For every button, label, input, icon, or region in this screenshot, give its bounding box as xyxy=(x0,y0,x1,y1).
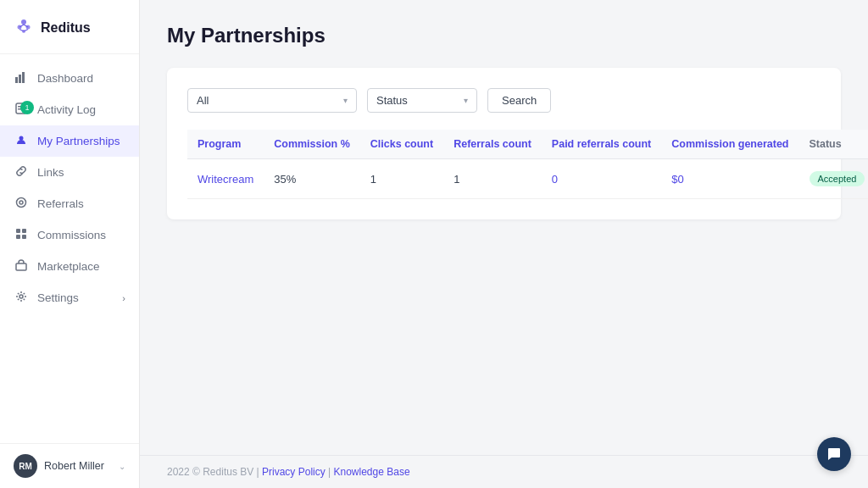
svg-rect-17 xyxy=(16,229,20,233)
svg-point-0 xyxy=(21,19,26,25)
search-button[interactable]: Search xyxy=(487,88,551,113)
filters-row: All ▾ Status ▾ Search xyxy=(187,88,821,113)
user-chevron-icon: ⌄ xyxy=(119,462,125,471)
links-label: Links xyxy=(37,166,64,179)
svg-rect-18 xyxy=(22,229,26,233)
svg-rect-20 xyxy=(22,235,26,239)
footer-text: 2022 © Reditus BV | xyxy=(167,466,262,478)
referrals-cell: 1 xyxy=(443,159,542,199)
svg-rect-21 xyxy=(16,263,26,270)
table-row: Writecream 35% 1 1 0 $0 Accepted Copy Co… xyxy=(187,159,868,199)
svg-point-14 xyxy=(19,136,24,141)
table-header-row: Program Commission % Clicks count Referr… xyxy=(187,130,868,159)
main-content: My Partnerships All ▾ Status ▾ Search Pr… xyxy=(140,0,868,455)
links-icon xyxy=(14,165,29,180)
sidebar: Reditus Dashboard Activity Log 1 My Part… xyxy=(0,0,140,488)
clicks-cell: 1 xyxy=(360,159,443,199)
user-footer[interactable]: RM Robert Miller ⌄ xyxy=(0,443,139,488)
my-partnerships-icon xyxy=(14,134,29,148)
col-referrals: Referrals count xyxy=(443,130,542,159)
sidebar-item-dashboard[interactable]: Dashboard xyxy=(0,63,139,94)
sidebar-nav: Dashboard Activity Log 1 My Partnerships… xyxy=(0,54,139,443)
svg-rect-9 xyxy=(19,75,21,83)
dashboard-label: Dashboard xyxy=(37,72,93,85)
col-status: Status xyxy=(799,130,869,159)
partnerships-card: All ▾ Status ▾ Search Program Commission… xyxy=(167,68,841,219)
sidebar-item-my-partnerships[interactable]: My Partnerships xyxy=(0,125,139,157)
status-filter-chevron-icon: ▾ xyxy=(464,96,468,105)
sidebar-item-settings[interactable]: Settings › xyxy=(0,282,139,313)
sidebar-item-referrals[interactable]: Referrals xyxy=(0,188,139,219)
marketplace-icon xyxy=(14,259,29,274)
commissions-label: Commissions xyxy=(37,229,106,241)
privacy-policy-link[interactable]: Privacy Policy xyxy=(262,466,326,478)
sidebar-item-commissions[interactable]: Commissions xyxy=(0,219,139,251)
svg-rect-8 xyxy=(15,77,18,83)
sidebar-item-marketplace[interactable]: Marketplace xyxy=(0,251,139,282)
logo-area[interactable]: Reditus xyxy=(0,0,139,54)
logo-icon xyxy=(14,15,34,40)
logo-text: Reditus xyxy=(41,20,91,36)
col-clicks: Clicks count xyxy=(360,130,443,159)
status-cell: Accepted xyxy=(799,159,869,199)
referrals-icon xyxy=(14,197,29,211)
settings-chevron-icon: › xyxy=(122,293,125,303)
main-content-area: My Partnerships All ▾ Status ▾ Search Pr… xyxy=(140,0,868,488)
svg-rect-10 xyxy=(22,72,25,83)
commission-cell: 35% xyxy=(264,159,360,199)
program-cell[interactable]: Writecream xyxy=(187,159,264,199)
settings-icon xyxy=(14,291,29,305)
knowledge-base-link[interactable]: Knowledge Base xyxy=(334,466,410,478)
svg-point-16 xyxy=(19,201,23,204)
program-filter-select[interactable]: All ▾ xyxy=(187,88,357,113)
paid-referrals-cell[interactable]: 0 xyxy=(542,159,661,199)
main-footer: 2022 © Reditus BV | Privacy Policy | Kno… xyxy=(140,455,868,488)
user-name: Robert Miller xyxy=(44,460,104,472)
my-partnerships-label: My Partnerships xyxy=(37,135,120,147)
status-filter-value: Status xyxy=(376,94,408,107)
col-program: Program xyxy=(187,130,264,159)
activity-log-label: Activity Log xyxy=(37,103,96,116)
commissions-icon xyxy=(14,228,29,242)
referrals-label: Referrals xyxy=(37,197,84,210)
svg-rect-19 xyxy=(16,235,20,239)
col-commission-generated: Commission generated xyxy=(661,130,798,159)
program-filter-chevron-icon: ▾ xyxy=(343,96,348,105)
sidebar-item-activity-log[interactable]: Activity Log 1 xyxy=(0,94,139,125)
marketplace-label: Marketplace xyxy=(37,260,100,273)
svg-point-15 xyxy=(17,198,26,208)
partnerships-table: Program Commission % Clicks count Referr… xyxy=(187,130,868,199)
avatar: RM xyxy=(14,454,37,478)
commission-generated-cell[interactable]: $0 xyxy=(661,159,798,199)
settings-label: Settings xyxy=(37,291,79,304)
page-title: My Partnerships xyxy=(167,24,841,47)
col-paid-referrals: Paid referrals count xyxy=(542,130,661,159)
sidebar-item-links[interactable]: Links xyxy=(0,157,139,188)
program-filter-value: All xyxy=(197,94,209,107)
footer-separator: | xyxy=(326,466,334,478)
col-commission: Commission % xyxy=(264,130,360,159)
svg-point-22 xyxy=(19,295,23,298)
dashboard-icon xyxy=(14,71,29,86)
status-filter-select[interactable]: Status ▾ xyxy=(367,88,477,113)
status-badge: Accepted xyxy=(810,171,865,186)
activity-log-badge: 1 xyxy=(20,101,34,114)
chat-bubble[interactable] xyxy=(817,437,851,471)
